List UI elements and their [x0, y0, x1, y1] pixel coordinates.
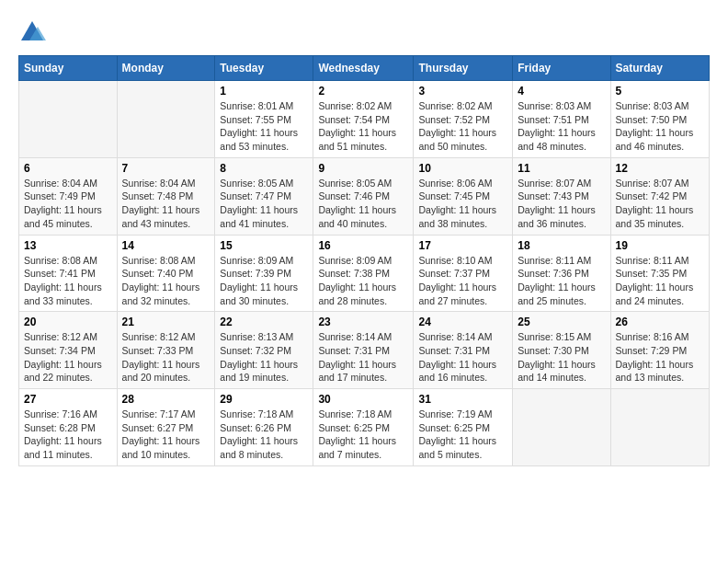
- header-cell-sunday: Sunday: [19, 56, 118, 81]
- day-number: 11: [518, 162, 605, 175]
- day-info: Sunrise: 7:17 AM Sunset: 6:27 PM Dayligh…: [122, 408, 210, 462]
- day-info: Sunrise: 8:02 AM Sunset: 7:54 PM Dayligh…: [318, 99, 408, 154]
- day-cell: 12Sunrise: 8:07 AM Sunset: 7:42 PM Dayli…: [610, 157, 710, 235]
- day-number: 24: [418, 316, 507, 328]
- day-info: Sunrise: 8:12 AM Sunset: 7:33 PM Dayligh…: [122, 330, 210, 385]
- day-info: Sunrise: 8:04 AM Sunset: 7:49 PM Dayligh…: [24, 177, 112, 231]
- day-cell: [513, 389, 610, 466]
- day-cell: 17Sunrise: 8:10 AM Sunset: 7:37 PM Dayli…: [414, 235, 513, 312]
- day-info: Sunrise: 8:08 AM Sunset: 7:40 PM Dayligh…: [122, 254, 210, 308]
- header-cell-tuesday: Tuesday: [215, 56, 313, 81]
- day-cell: 16Sunrise: 8:09 AM Sunset: 7:38 PM Dayli…: [313, 235, 414, 312]
- day-info: Sunrise: 8:06 AM Sunset: 7:45 PM Dayligh…: [418, 177, 507, 231]
- day-number: 3: [418, 85, 507, 98]
- day-cell: 19Sunrise: 8:11 AM Sunset: 7:35 PM Dayli…: [610, 235, 710, 312]
- day-info: Sunrise: 8:09 AM Sunset: 7:38 PM Dayligh…: [318, 254, 408, 308]
- day-cell: [610, 389, 710, 466]
- day-info: Sunrise: 8:07 AM Sunset: 7:42 PM Dayligh…: [616, 177, 705, 231]
- day-cell: 26Sunrise: 8:16 AM Sunset: 7:29 PM Dayli…: [610, 312, 710, 389]
- day-info: Sunrise: 8:01 AM Sunset: 7:55 PM Dayligh…: [220, 99, 308, 154]
- day-cell: 11Sunrise: 8:07 AM Sunset: 7:43 PM Dayli…: [513, 157, 610, 235]
- day-cell: 13Sunrise: 8:08 AM Sunset: 7:41 PM Dayli…: [19, 235, 118, 312]
- page: SundayMondayTuesdayWednesdayThursdayFrid…: [0, 0, 728, 476]
- day-info: Sunrise: 8:05 AM Sunset: 7:46 PM Dayligh…: [318, 177, 408, 231]
- day-number: 22: [220, 316, 308, 328]
- day-number: 25: [518, 316, 605, 328]
- day-cell: 28Sunrise: 7:17 AM Sunset: 6:27 PM Dayli…: [117, 389, 215, 466]
- day-number: 15: [220, 239, 308, 252]
- day-info: Sunrise: 8:10 AM Sunset: 7:37 PM Dayligh…: [418, 254, 507, 308]
- day-number: 31: [418, 393, 507, 406]
- day-info: Sunrise: 8:15 AM Sunset: 7:30 PM Dayligh…: [518, 330, 605, 385]
- day-number: 27: [24, 393, 112, 406]
- day-info: Sunrise: 8:12 AM Sunset: 7:34 PM Dayligh…: [24, 330, 112, 385]
- day-cell: 20Sunrise: 8:12 AM Sunset: 7:34 PM Dayli…: [19, 312, 118, 389]
- week-row-4: 20Sunrise: 8:12 AM Sunset: 7:34 PM Dayli…: [19, 312, 710, 389]
- week-row-3: 13Sunrise: 8:08 AM Sunset: 7:41 PM Dayli…: [19, 235, 710, 312]
- day-cell: 24Sunrise: 8:14 AM Sunset: 7:31 PM Dayli…: [414, 312, 513, 389]
- day-cell: 23Sunrise: 8:14 AM Sunset: 7:31 PM Dayli…: [313, 312, 414, 389]
- day-info: Sunrise: 8:09 AM Sunset: 7:39 PM Dayligh…: [220, 254, 308, 308]
- day-cell: 8Sunrise: 8:05 AM Sunset: 7:47 PM Daylig…: [215, 157, 313, 235]
- day-cell: 10Sunrise: 8:06 AM Sunset: 7:45 PM Dayli…: [414, 157, 513, 235]
- day-cell: 27Sunrise: 7:16 AM Sunset: 6:28 PM Dayli…: [19, 389, 118, 466]
- day-cell: 3Sunrise: 8:02 AM Sunset: 7:52 PM Daylig…: [414, 81, 513, 158]
- day-info: Sunrise: 8:14 AM Sunset: 7:31 PM Dayligh…: [318, 330, 408, 385]
- day-number: 26: [616, 316, 705, 328]
- day-number: 19: [616, 239, 705, 252]
- day-cell: 14Sunrise: 8:08 AM Sunset: 7:40 PM Dayli…: [117, 235, 215, 312]
- day-cell: 4Sunrise: 8:03 AM Sunset: 7:51 PM Daylig…: [513, 81, 610, 158]
- day-number: 29: [220, 393, 308, 406]
- logo: [18, 18, 50, 46]
- day-info: Sunrise: 7:19 AM Sunset: 6:25 PM Dayligh…: [418, 408, 507, 462]
- day-cell: [117, 81, 215, 158]
- day-cell: 29Sunrise: 7:18 AM Sunset: 6:26 PM Dayli…: [215, 389, 313, 466]
- day-info: Sunrise: 8:11 AM Sunset: 7:36 PM Dayligh…: [518, 254, 605, 308]
- header-cell-friday: Friday: [513, 56, 610, 81]
- day-info: Sunrise: 8:13 AM Sunset: 7:32 PM Dayligh…: [220, 330, 308, 385]
- day-cell: 25Sunrise: 8:15 AM Sunset: 7:30 PM Dayli…: [513, 312, 610, 389]
- day-number: 17: [418, 239, 507, 252]
- day-cell: 30Sunrise: 7:18 AM Sunset: 6:25 PM Dayli…: [313, 389, 414, 466]
- week-row-2: 6Sunrise: 8:04 AM Sunset: 7:49 PM Daylig…: [19, 157, 710, 235]
- day-cell: 7Sunrise: 8:04 AM Sunset: 7:48 PM Daylig…: [117, 157, 215, 235]
- day-info: Sunrise: 8:05 AM Sunset: 7:47 PM Dayligh…: [220, 177, 308, 231]
- day-info: Sunrise: 8:14 AM Sunset: 7:31 PM Dayligh…: [418, 330, 507, 385]
- day-cell: 5Sunrise: 8:03 AM Sunset: 7:50 PM Daylig…: [610, 81, 710, 158]
- day-cell: 9Sunrise: 8:05 AM Sunset: 7:46 PM Daylig…: [313, 157, 414, 235]
- day-cell: [19, 81, 118, 158]
- day-cell: 22Sunrise: 8:13 AM Sunset: 7:32 PM Dayli…: [215, 312, 313, 389]
- day-number: 10: [418, 162, 507, 175]
- day-number: 21: [122, 316, 210, 328]
- header: [18, 18, 710, 46]
- day-info: Sunrise: 7:18 AM Sunset: 6:25 PM Dayligh…: [318, 408, 408, 462]
- day-number: 8: [220, 162, 308, 175]
- day-number: 12: [616, 162, 705, 175]
- header-cell-wednesday: Wednesday: [313, 56, 414, 81]
- day-info: Sunrise: 8:11 AM Sunset: 7:35 PM Dayligh…: [616, 254, 705, 308]
- day-cell: 15Sunrise: 8:09 AM Sunset: 7:39 PM Dayli…: [215, 235, 313, 312]
- day-info: Sunrise: 8:08 AM Sunset: 7:41 PM Dayligh…: [24, 254, 112, 308]
- header-row: SundayMondayTuesdayWednesdayThursdayFrid…: [19, 56, 710, 81]
- calendar-table: SundayMondayTuesdayWednesdayThursdayFrid…: [18, 55, 710, 466]
- day-cell: 6Sunrise: 8:04 AM Sunset: 7:49 PM Daylig…: [19, 157, 118, 235]
- day-number: 20: [24, 316, 112, 328]
- day-info: Sunrise: 8:04 AM Sunset: 7:48 PM Dayligh…: [122, 177, 210, 231]
- day-cell: 2Sunrise: 8:02 AM Sunset: 7:54 PM Daylig…: [313, 81, 414, 158]
- logo-icon: [18, 18, 46, 46]
- day-number: 23: [318, 316, 408, 328]
- day-number: 18: [518, 239, 605, 252]
- day-cell: 31Sunrise: 7:19 AM Sunset: 6:25 PM Dayli…: [414, 389, 513, 466]
- day-number: 30: [318, 393, 408, 406]
- day-number: 4: [518, 85, 605, 98]
- week-row-1: 1Sunrise: 8:01 AM Sunset: 7:55 PM Daylig…: [19, 81, 710, 158]
- day-number: 14: [122, 239, 210, 252]
- header-cell-saturday: Saturday: [610, 56, 710, 81]
- day-cell: 1Sunrise: 8:01 AM Sunset: 7:55 PM Daylig…: [215, 81, 313, 158]
- day-number: 9: [318, 162, 408, 175]
- day-number: 16: [318, 239, 408, 252]
- day-info: Sunrise: 8:03 AM Sunset: 7:50 PM Dayligh…: [616, 99, 705, 154]
- day-info: Sunrise: 8:02 AM Sunset: 7:52 PM Dayligh…: [418, 99, 507, 154]
- day-number: 1: [220, 85, 308, 98]
- day-number: 13: [24, 239, 112, 252]
